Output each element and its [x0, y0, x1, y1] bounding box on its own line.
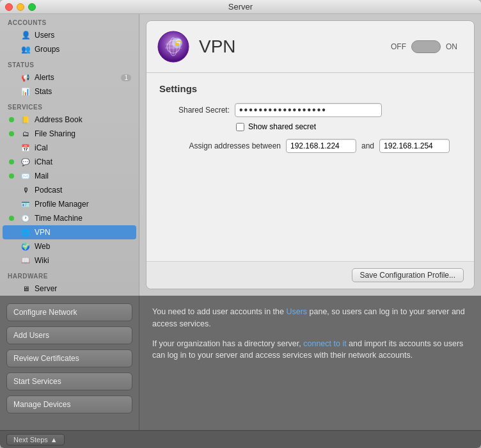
accounts-header: ACCOUNTS	[0, 14, 139, 28]
address-to-input[interactable]	[379, 139, 450, 153]
sidebar-item-groups[interactable]: Groups	[3, 42, 136, 56]
file-sharing-icon	[20, 129, 31, 139]
sidebar: ACCOUNTS Users Groups STATUS Alerts 1 St…	[0, 14, 139, 296]
review-certificates-button[interactable]: Review Certificates	[6, 349, 132, 367]
info-paragraph-2: If your organization has a directory ser…	[152, 338, 468, 362]
file-sharing-status-dot	[9, 131, 14, 136]
toggle-on-label: ON	[446, 42, 457, 51]
ichat-icon	[20, 157, 31, 167]
groups-label: Groups	[35, 45, 59, 54]
status-header: STATUS	[0, 56, 139, 70]
configure-network-button[interactable]: Configure Network	[6, 303, 132, 321]
save-config-button[interactable]: Save Configuration Profile...	[352, 268, 464, 282]
sidebar-item-time-machine[interactable]: Time Machine	[3, 211, 136, 225]
address-row: Assign addresses between and	[159, 139, 461, 153]
vpn-label: VPN	[35, 228, 51, 237]
info-panel: You need to add user accounts in the Use…	[139, 296, 481, 430]
stats-icon	[20, 86, 31, 97]
connect-link[interactable]: connect to it	[303, 339, 346, 348]
wiki-label: Wiki	[35, 256, 49, 265]
main-body: ACCOUNTS Users Groups STATUS Alerts 1 St…	[0, 14, 481, 296]
address-book-status-dot	[9, 117, 14, 122]
panel-footer: Save Configuration Profile...	[146, 261, 474, 289]
sidebar-item-vpn[interactable]: VPN	[3, 225, 136, 239]
ical-icon	[20, 143, 31, 153]
sidebar-item-server[interactable]: Server	[3, 282, 136, 296]
web-label: Web	[35, 242, 50, 251]
start-services-button[interactable]: Start Services	[6, 372, 132, 390]
sidebar-item-ichat[interactable]: iChat	[3, 155, 136, 169]
titlebar: Server	[0, 0, 481, 14]
next-steps-bar: Next Steps ▲	[0, 430, 481, 448]
stats-label: Stats	[35, 87, 52, 96]
time-machine-label: Time Machine	[35, 214, 83, 223]
sidebar-item-alerts[interactable]: Alerts 1	[3, 70, 136, 84]
time-machine-icon	[20, 213, 31, 223]
quick-actions: Configure Network Add Users Review Certi…	[0, 296, 139, 430]
bottom-section: Configure Network Add Users Review Certi…	[0, 296, 481, 430]
content-area: VPN OFF ON Settings Shared Secret:	[139, 14, 481, 296]
manage-devices-button[interactable]: Manage Devices	[6, 396, 132, 413]
address-from-input[interactable]	[286, 139, 356, 153]
ichat-status-dot	[9, 159, 14, 164]
mail-label: Mail	[35, 172, 49, 180]
sidebar-item-stats[interactable]: Stats	[3, 84, 136, 99]
sidebar-item-ical[interactable]: iCal	[3, 141, 136, 155]
sidebar-item-podcast[interactable]: Podcast	[3, 183, 136, 197]
toggle-off-label: OFF	[391, 42, 406, 51]
maximize-button[interactable]	[28, 3, 36, 11]
server-icon	[20, 284, 31, 294]
vpn-toggle[interactable]	[411, 40, 441, 53]
ical-label: iCal	[35, 143, 48, 152]
close-button[interactable]	[5, 3, 13, 11]
show-secret-checkbox[interactable]	[236, 123, 244, 131]
add-users-button[interactable]: Add Users	[6, 326, 132, 344]
alert-icon	[20, 72, 31, 83]
user-icon	[20, 30, 31, 40]
settings-body: Settings Shared Secret: Show shared secr…	[146, 73, 474, 261]
group-icon	[20, 44, 31, 54]
server-label: Server	[35, 284, 57, 293]
info-p2-before: If your organization has a directory ser…	[152, 339, 303, 348]
sidebar-item-profile-manager[interactable]: Profile Manager	[3, 197, 136, 211]
users-link[interactable]: Users	[286, 307, 307, 316]
sidebar-item-wiki[interactable]: Wiki	[3, 253, 136, 268]
settings-heading: Settings	[159, 83, 461, 94]
address-book-label: Address Book	[35, 115, 83, 124]
sidebar-item-web[interactable]: Web	[3, 239, 136, 253]
podcast-label: Podcast	[35, 186, 62, 195]
sidebar-item-address-book[interactable]: Address Book	[3, 113, 136, 127]
wiki-icon	[20, 255, 31, 266]
next-steps-arrow: ▲	[51, 436, 58, 444]
sidebar-item-file-sharing[interactable]: File Sharing	[3, 127, 136, 141]
mail-status-dot	[9, 173, 14, 179]
shared-secret-label: Shared Secret:	[159, 106, 230, 115]
minimize-button[interactable]	[17, 3, 24, 11]
next-steps-button[interactable]: Next Steps ▲	[6, 434, 65, 445]
address-book-icon	[20, 115, 31, 125]
ichat-label: iChat	[35, 157, 52, 166]
shared-secret-row: Shared Secret:	[159, 103, 461, 117]
show-secret-label: Show shared secret	[248, 122, 316, 131]
toggle-area: OFF ON	[391, 40, 457, 53]
info-paragraph-1: You need to add user accounts in the Use…	[152, 306, 468, 330]
service-panel: VPN OFF ON Settings Shared Secret:	[146, 20, 475, 289]
sidebar-item-users[interactable]: Users	[3, 28, 136, 42]
users-label: Users	[35, 31, 54, 40]
shared-secret-input[interactable]	[235, 103, 382, 117]
next-steps-label: Next Steps	[13, 436, 48, 444]
main-window: Server ACCOUNTS Users Groups STATUS Aler…	[0, 0, 481, 448]
sidebar-item-mail[interactable]: Mail	[3, 169, 136, 183]
assign-label: Assign addresses between	[159, 141, 281, 150]
service-name: VPN	[199, 36, 382, 57]
traffic-lights	[5, 3, 36, 11]
time-machine-status-dot	[9, 216, 14, 221]
vpn-icon	[20, 227, 31, 237]
file-sharing-label: File Sharing	[35, 129, 75, 138]
hardware-header: HARDWARE	[0, 268, 139, 282]
services-header: SERVICES	[0, 99, 139, 113]
profile-manager-label: Profile Manager	[35, 200, 89, 209]
vpn-service-icon	[157, 30, 190, 63]
alerts-label: Alerts	[35, 73, 54, 82]
mail-icon	[20, 171, 31, 181]
